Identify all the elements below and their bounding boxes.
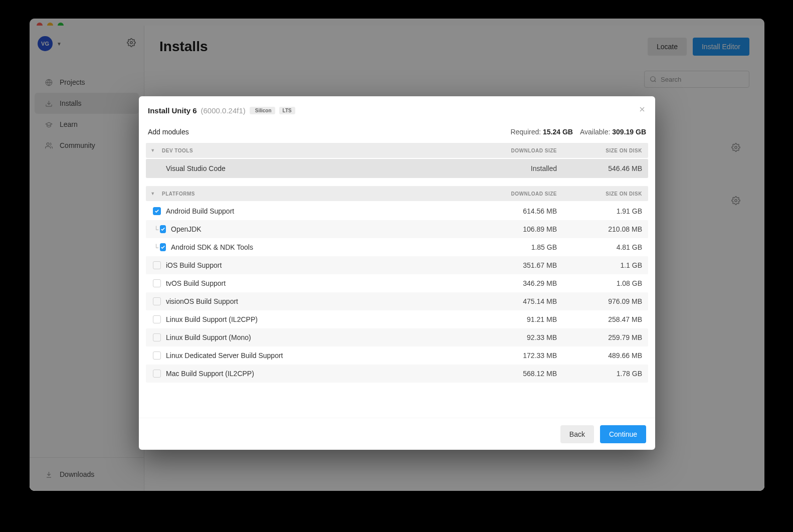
module-row[interactable]: └OpenJDK106.89 MB210.08 MB xyxy=(146,220,648,238)
required-label: Required: 15.24 GB xyxy=(510,128,573,136)
module-row[interactable]: Android Build Support614.56 MB1.91 GB xyxy=(146,202,648,220)
module-download: 91.21 MB xyxy=(478,315,563,323)
module-row[interactable]: tvOS Build Support346.29 MB1.08 GB xyxy=(146,274,648,292)
checkbox[interactable] xyxy=(153,297,161,305)
module-name: tvOS Build Support xyxy=(166,279,478,287)
module-download: 346.29 MB xyxy=(478,279,563,287)
checkbox[interactable] xyxy=(160,243,166,251)
module-row[interactable]: visionOS Build Support475.14 MB976.09 MB xyxy=(146,292,648,310)
module-disk: 1.08 GB xyxy=(563,279,648,287)
checkbox[interactable] xyxy=(160,225,166,233)
chevron-down-icon: ▼ xyxy=(146,148,160,153)
module-disk: 1.78 GB xyxy=(563,370,648,378)
module-row[interactable]: Linux Build Support (IL2CPP)91.21 MB258.… xyxy=(146,310,648,328)
module-disk: 258.47 MB xyxy=(563,315,648,323)
modal-overlay: Install Unity 6 (6000.0.24f1) Silicon LT… xyxy=(30,19,764,491)
module-download: 614.56 MB xyxy=(478,207,563,215)
modal-header: Install Unity 6 (6000.0.24f1) Silicon LT… xyxy=(139,96,655,123)
module-name: Mac Build Support (IL2CPP) xyxy=(166,370,478,378)
checkbox[interactable] xyxy=(153,315,161,323)
module-download: 351.67 MB xyxy=(478,261,563,269)
modal-footer: Back Continue xyxy=(139,418,655,450)
section-title: DEV TOOLS xyxy=(160,148,478,153)
checkbox[interactable] xyxy=(153,333,161,341)
module-disk: 976.09 MB xyxy=(563,297,648,305)
module-name: iOS Build Support xyxy=(166,261,478,269)
module-row[interactable]: Mac Build Support (IL2CPP)568.12 MB1.78 … xyxy=(146,365,648,383)
module-disk: 210.08 MB xyxy=(563,225,648,233)
lts-badge: LTS xyxy=(279,107,295,114)
section-header-platforms[interactable]: ▼ PLATFORMS DOWNLOAD SIZE SIZE ON DISK xyxy=(146,186,648,201)
modal-title: Install Unity 6 xyxy=(148,106,197,115)
modal-version: (6000.0.24f1) xyxy=(201,106,246,115)
module-download: Installed xyxy=(478,164,563,172)
module-name: Linux Build Support (IL2CPP) xyxy=(166,315,478,323)
close-icon xyxy=(638,105,646,113)
module-row-vscode[interactable]: Visual Studio Code Installed 546.46 MB xyxy=(146,159,648,178)
module-row[interactable]: Linux Build Support (Mono)92.33 MB259.79… xyxy=(146,328,648,346)
module-name: Android Build Support xyxy=(166,207,478,215)
modal-subheader: Add modules Required: 15.24 GB Available… xyxy=(139,123,655,143)
checkbox[interactable] xyxy=(153,279,161,287)
module-download: 1.85 GB xyxy=(478,243,563,251)
module-download: 106.89 MB xyxy=(478,225,563,233)
module-name: Linux Build Support (Mono) xyxy=(166,333,478,341)
close-button[interactable] xyxy=(638,105,646,116)
module-name: OpenJDK xyxy=(166,225,478,233)
space-info: Required: 15.24 GB Available: 309.19 GB xyxy=(510,128,646,136)
add-modules-label: Add modules xyxy=(148,128,189,136)
module-name: Visual Studio Code xyxy=(166,164,478,172)
module-disk: 1.91 GB xyxy=(563,207,648,215)
module-row[interactable]: iOS Build Support351.67 MB1.1 GB xyxy=(146,256,648,274)
module-disk: 259.79 MB xyxy=(563,333,648,341)
module-download: 475.14 MB xyxy=(478,297,563,305)
module-download: 92.33 MB xyxy=(478,333,563,341)
column-disk: SIZE ON DISK xyxy=(563,148,648,153)
available-label: Available: 309.19 GB xyxy=(580,128,646,136)
app-window: VG ▼ Projects Instal xyxy=(30,19,764,491)
module-download: 568.12 MB xyxy=(478,370,563,378)
module-name: visionOS Build Support xyxy=(166,297,478,305)
modal-title-row: Install Unity 6 (6000.0.24f1) Silicon LT… xyxy=(148,106,295,115)
module-name: Linux Dedicated Server Build Support xyxy=(166,351,478,360)
module-disk: 489.66 MB xyxy=(563,351,648,360)
module-name: Android SDK & NDK Tools xyxy=(166,243,478,251)
tree-elbow-icon: └ xyxy=(154,226,160,233)
install-modules-modal: Install Unity 6 (6000.0.24f1) Silicon LT… xyxy=(139,96,655,450)
column-download: DOWNLOAD SIZE xyxy=(478,191,563,197)
module-row[interactable]: Linux Dedicated Server Build Support172.… xyxy=(146,346,648,365)
modules-list[interactable]: ▼ DEV TOOLS DOWNLOAD SIZE SIZE ON DISK V… xyxy=(139,143,655,418)
module-disk: 1.1 GB xyxy=(563,261,648,269)
chevron-down-icon: ▼ xyxy=(146,191,160,196)
tree-elbow-icon: └ xyxy=(154,244,160,251)
continue-button[interactable]: Continue xyxy=(600,425,646,443)
checkbox[interactable] xyxy=(153,370,161,378)
checkbox[interactable] xyxy=(153,207,161,215)
back-button[interactable]: Back xyxy=(560,425,594,443)
module-row[interactable]: └Android SDK & NDK Tools1.85 GB4.81 GB xyxy=(146,238,648,256)
section-title: PLATFORMS xyxy=(160,191,478,197)
column-disk: SIZE ON DISK xyxy=(563,191,648,197)
module-disk: 4.81 GB xyxy=(563,243,648,251)
module-download: 172.33 MB xyxy=(478,351,563,360)
checkbox[interactable] xyxy=(153,261,161,269)
checkbox[interactable] xyxy=(153,351,161,360)
module-disk: 546.46 MB xyxy=(563,164,648,172)
column-download: DOWNLOAD SIZE xyxy=(478,148,563,153)
section-header-devtools[interactable]: ▼ DEV TOOLS DOWNLOAD SIZE SIZE ON DISK xyxy=(146,143,648,158)
silicon-badge: Silicon xyxy=(250,107,275,114)
